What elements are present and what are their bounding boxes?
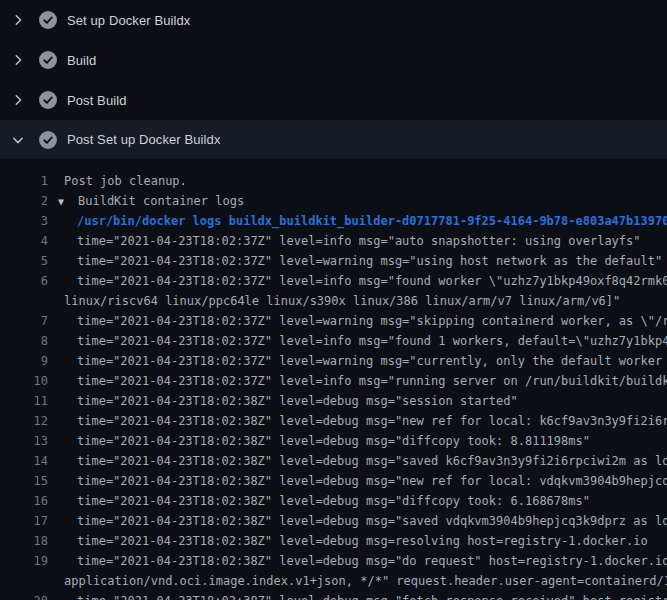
- chevron-right-icon: [12, 54, 24, 66]
- step-label: Set up Docker Buildx: [67, 13, 190, 28]
- step-success-check-icon: [39, 131, 57, 149]
- log-line-text: time="2021-04-23T18:02:37Z" level=info m…: [48, 371, 667, 391]
- log-line-number[interactable]: 6: [0, 271, 48, 291]
- log-line-text: time="2021-04-23T18:02:38Z" level=debug …: [48, 391, 518, 411]
- log-line-number[interactable]: 15: [0, 471, 48, 491]
- log-line: 8 time="2021-04-23T18:02:37Z" level=info…: [0, 331, 667, 351]
- log-line: 19 time="2021-04-23T18:02:38Z" level=deb…: [0, 551, 667, 571]
- log-line-text: /usr/bin/docker logs buildx_buildkit_bui…: [48, 211, 667, 231]
- log-line: 3 /usr/bin/docker logs buildx_buildkit_b…: [0, 211, 667, 231]
- steps-list: Set up Docker Buildx Build Post Build Po…: [0, 0, 667, 159]
- collapse-group-triangle-icon[interactable]: ▼: [58, 192, 78, 212]
- log-line-text: ▼BuildKit container logs: [48, 191, 244, 211]
- log-line-text: time="2021-04-23T18:02:38Z" level=debug …: [48, 511, 667, 531]
- log-line: 4 time="2021-04-23T18:02:37Z" level=info…: [0, 231, 667, 251]
- log-line: 20 time="2021-04-23T18:02:38Z" level=deb…: [0, 591, 667, 600]
- step-row-post-set-up-docker-buildx[interactable]: Post Set up Docker Buildx: [0, 120, 667, 159]
- log-line-text: time="2021-04-23T18:02:37Z" level=warnin…: [48, 311, 667, 331]
- log-line-text: time="2021-04-23T18:02:37Z" level=info m…: [48, 231, 641, 251]
- log-line-text: time="2021-04-23T18:02:38Z" level=debug …: [48, 451, 667, 471]
- log-line: 10 time="2021-04-23T18:02:37Z" level=inf…: [0, 371, 667, 391]
- log-line-number[interactable]: 5: [0, 251, 48, 271]
- step-label: Build: [67, 53, 96, 68]
- chevron-right-icon: [12, 14, 24, 26]
- step-row-set-up-docker-buildx[interactable]: Set up Docker Buildx: [0, 0, 667, 40]
- log-line-text: time="2021-04-23T18:02:38Z" level=debug …: [48, 551, 667, 571]
- log-line-continuation: application/vnd.oci.image.index.v1+json,…: [0, 571, 667, 591]
- step-success-check-icon: [39, 91, 57, 109]
- log-line: 12 time="2021-04-23T18:02:38Z" level=deb…: [0, 411, 667, 431]
- log-line-text: time="2021-04-23T18:02:37Z" level=info m…: [48, 271, 667, 291]
- log-line-text: time="2021-04-23T18:02:37Z" level=warnin…: [48, 351, 667, 371]
- log-line-text: application/vnd.oci.image.index.v1+json,…: [48, 571, 667, 591]
- log-line-text: time="2021-04-23T18:02:38Z" level=debug …: [48, 531, 648, 551]
- log-line: 18 time="2021-04-23T18:02:38Z" level=deb…: [0, 531, 667, 551]
- step-label: Post Build: [67, 93, 127, 108]
- log-line-number[interactable]: 16: [0, 491, 48, 511]
- step-success-check-icon: [39, 11, 57, 29]
- log-line-continuation: linux/riscv64 linux/ppc64le linux/s390x …: [0, 291, 667, 311]
- log-line-text: linux/riscv64 linux/ppc64le linux/s390x …: [48, 291, 620, 311]
- log-line-number[interactable]: 3: [0, 211, 48, 231]
- log-line-number[interactable]: 1: [0, 171, 48, 191]
- log-line: 5 time="2021-04-23T18:02:37Z" level=warn…: [0, 251, 667, 271]
- log-line-number[interactable]: 8: [0, 331, 48, 351]
- log-line-text: time="2021-04-23T18:02:37Z" level=warnin…: [48, 251, 662, 271]
- log-area: 1 Post job cleanup. 2 ▼BuildKit containe…: [0, 159, 667, 600]
- log-line-number[interactable]: 11: [0, 391, 48, 411]
- log-line-number[interactable]: 18: [0, 531, 48, 551]
- log-line: 15 time="2021-04-23T18:02:38Z" level=deb…: [0, 471, 667, 491]
- step-row-post-build[interactable]: Post Build: [0, 80, 667, 120]
- log-line-number[interactable]: 9: [0, 351, 48, 371]
- log-line: 16 time="2021-04-23T18:02:38Z" level=deb…: [0, 491, 667, 511]
- log-line-text: time="2021-04-23T18:02:38Z" level=debug …: [48, 431, 590, 451]
- log-line-number[interactable]: [0, 571, 48, 591]
- log-line-number[interactable]: 14: [0, 451, 48, 471]
- step-success-check-icon: [39, 51, 57, 69]
- log-line-text: time="2021-04-23T18:02:38Z" level=debug …: [48, 591, 667, 600]
- chevron-right-icon: [12, 94, 24, 106]
- log-line: 6 time="2021-04-23T18:02:37Z" level=info…: [0, 271, 667, 291]
- log-line: 1 Post job cleanup.: [0, 171, 667, 191]
- log-line-text: Post job cleanup.: [48, 171, 187, 191]
- log-line-number[interactable]: 12: [0, 411, 48, 431]
- log-line-number[interactable]: 13: [0, 431, 48, 451]
- log-line: 13 time="2021-04-23T18:02:38Z" level=deb…: [0, 431, 667, 451]
- job-log-viewer: Set up Docker Buildx Build Post Build Po…: [0, 0, 667, 600]
- log-line-number[interactable]: 10: [0, 371, 48, 391]
- log-line-number[interactable]: [0, 291, 48, 311]
- log-line: 14 time="2021-04-23T18:02:38Z" level=deb…: [0, 451, 667, 471]
- log-line-text: time="2021-04-23T18:02:37Z" level=info m…: [48, 331, 667, 351]
- log-line-number[interactable]: 2: [0, 191, 48, 211]
- step-label: Post Set up Docker Buildx: [67, 132, 221, 147]
- step-row-build[interactable]: Build: [0, 40, 667, 80]
- log-line-text: time="2021-04-23T18:02:38Z" level=debug …: [48, 411, 667, 431]
- log-line-number[interactable]: 20: [0, 591, 48, 600]
- log-line: 7 time="2021-04-23T18:02:37Z" level=warn…: [0, 311, 667, 331]
- log-line-number[interactable]: 7: [0, 311, 48, 331]
- log-line-text: time="2021-04-23T18:02:38Z" level=debug …: [48, 491, 590, 511]
- log-line: 9 time="2021-04-23T18:02:37Z" level=warn…: [0, 351, 667, 371]
- log-line-text: time="2021-04-23T18:02:38Z" level=debug …: [48, 471, 667, 491]
- log-line: 2 ▼BuildKit container logs: [0, 191, 667, 211]
- log-line-number[interactable]: 19: [0, 551, 48, 571]
- log-line-number[interactable]: 4: [0, 231, 48, 251]
- log-line: 17 time="2021-04-23T18:02:38Z" level=deb…: [0, 511, 667, 531]
- log-line-number[interactable]: 17: [0, 511, 48, 531]
- log-line: 11 time="2021-04-23T18:02:38Z" level=deb…: [0, 391, 667, 411]
- chevron-down-icon: [12, 134, 24, 146]
